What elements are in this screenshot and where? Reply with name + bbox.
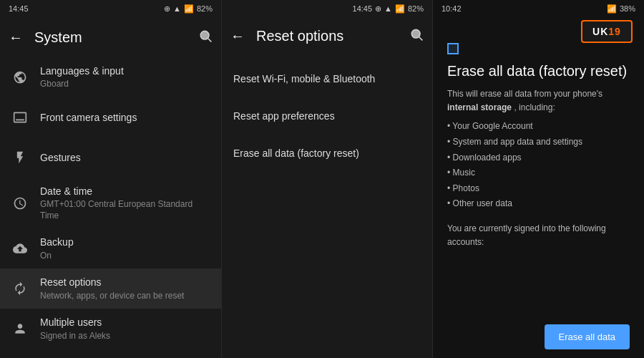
system-items-list: Languages & input Gboard Front camera se… xyxy=(0,57,221,358)
erase-list-item-2: • Downloaded apps xyxy=(447,150,630,166)
wifi-icon: ▲ xyxy=(173,4,181,13)
backup-title: Backup xyxy=(40,236,210,248)
battery-text: 82% xyxy=(197,4,213,13)
languages-subtitle: Gboard xyxy=(40,79,210,90)
reset-factory-item[interactable]: Erase all data (factory reset) xyxy=(222,135,432,172)
reset-battery: 82% xyxy=(408,4,424,13)
gestures-title: Gestures xyxy=(40,151,210,164)
erase-list-item-0: • Your Google Account xyxy=(447,119,630,135)
svg-point-2 xyxy=(411,29,420,38)
erase-status-icons: 📶 38% xyxy=(607,4,635,14)
date-time-item-text: Date & time GMT+01:00 Central European S… xyxy=(40,185,210,221)
reset-title: Reset options xyxy=(40,276,210,289)
signal-icon: 📶 xyxy=(184,4,194,14)
checkbox-row xyxy=(447,43,630,54)
svg-line-1 xyxy=(208,38,212,42)
front-camera-item-text: Front camera settings xyxy=(40,111,210,124)
svg-line-3 xyxy=(419,37,423,40)
system-panel: 14:45 ⊕ ▲ 📶 82% ← System xyxy=(0,0,222,358)
date-time-title: Date & time xyxy=(40,185,210,198)
reset-subtitle: Network, apps, or device can be reset xyxy=(40,291,210,302)
erase-desc-part1: This will erase all data from your phone… xyxy=(447,89,602,99)
reset-back-button[interactable]: ← xyxy=(230,28,245,44)
users-icon xyxy=(11,320,29,337)
reset-app-prefs-item[interactable]: Reset app preferences xyxy=(222,97,432,135)
system-status-bar: 14:45 ⊕ ▲ 📶 82% xyxy=(0,0,221,17)
sidebar-item-gestures[interactable]: Gestures xyxy=(0,137,221,178)
sidebar-item-reset[interactable]: Reset options Network, apps, or device c… xyxy=(0,268,221,309)
camera-icon xyxy=(11,109,29,126)
erase-list-item-1: • System and app data and settings xyxy=(447,135,630,150)
erase-status-bar: 10:42 📶 38% xyxy=(433,0,644,17)
system-status-icons: ⊕ ▲ 📶 82% xyxy=(164,4,213,14)
erase-desc-part2: , including: xyxy=(514,102,555,112)
gestures-item-text: Gestures xyxy=(40,151,210,164)
logo-badge: UK19 xyxy=(581,20,633,43)
reset-wifi-label: Reset Wi-Fi, mobile & Bluetooth xyxy=(233,73,375,84)
erase-description: This will erase all data from your phone… xyxy=(447,87,630,115)
erase-panel: 10:42 📶 38% UK19 Erase all data (factory… xyxy=(433,0,644,358)
erase-list-item-5: • Other user data xyxy=(447,196,630,212)
sidebar-item-front-camera[interactable]: Front camera settings xyxy=(0,97,221,137)
reset-item-text: Reset options Network, apps, or device c… xyxy=(40,276,210,301)
globe-icon xyxy=(11,69,29,86)
users-item-text: Multiple users Signed in as Aleks xyxy=(40,316,210,342)
backup-subtitle: On xyxy=(40,251,210,262)
date-time-subtitle: GMT+01:00 Central European Standard Time xyxy=(40,199,210,221)
reset-signal-bars: 📶 xyxy=(395,4,405,14)
backup-icon xyxy=(11,240,29,257)
erase-footer: Erase all data xyxy=(433,316,644,358)
erase-content: Erase all data (factory reset) This will… xyxy=(433,17,644,316)
languages-item-text: Languages & input Gboard xyxy=(40,64,210,90)
erase-checkbox[interactable] xyxy=(447,43,459,54)
reset-header: ← Reset options xyxy=(222,17,432,54)
reset-panel: 14:45 ⊕ ▲ 📶 82% ← Reset options Reset Wi… xyxy=(222,0,433,358)
languages-title: Languages & input xyxy=(40,64,210,77)
system-header: ← System xyxy=(0,17,221,57)
front-camera-title: Front camera settings xyxy=(40,111,210,124)
reset-icon xyxy=(11,280,29,297)
sidebar-item-backup[interactable]: Backup On xyxy=(0,228,221,268)
reset-factory-label: Erase all data (factory reset) xyxy=(233,147,359,159)
reset-search-button[interactable] xyxy=(409,27,424,45)
erase-desc-bold: internal storage xyxy=(447,102,512,112)
reset-app-prefs-label: Reset app preferences xyxy=(233,110,335,122)
reset-signal-icon: ⊕ xyxy=(375,4,381,14)
erase-battery: 38% xyxy=(620,4,635,13)
erase-list: • Your Google Account • System and app d… xyxy=(447,119,630,212)
erase-list-item-4: • Photos xyxy=(447,181,630,197)
reset-items-list: Reset Wi-Fi, mobile & Bluetooth Reset ap… xyxy=(222,54,432,358)
accounts-note: You are currently signed into the follow… xyxy=(447,222,630,249)
logo-text: UK19 xyxy=(592,26,621,37)
users-subtitle: Signed in as Aleks xyxy=(40,331,210,342)
erase-title: Erase all data (factory reset) xyxy=(447,62,630,80)
clock-icon xyxy=(11,195,29,212)
reset-wifi-icon: ▲ xyxy=(384,4,392,13)
erase-time: 10:42 xyxy=(441,4,462,13)
sidebar-item-date-time[interactable]: Date & time GMT+01:00 Central European S… xyxy=(0,178,221,228)
reset-title: Reset options xyxy=(256,28,398,44)
erase-wifi-icon: 📶 xyxy=(607,4,617,14)
backup-item-text: Backup On xyxy=(40,236,210,261)
users-title: Multiple users xyxy=(40,316,210,329)
reset-status-bar: 14:45 ⊕ ▲ 📶 82% xyxy=(222,0,432,17)
erase-all-data-button[interactable]: Erase all data xyxy=(545,324,630,349)
sidebar-item-languages[interactable]: Languages & input Gboard xyxy=(0,57,221,97)
sidebar-item-developer[interactable]: {} Developer options xyxy=(0,349,221,358)
erase-list-item-3: • Music xyxy=(447,165,630,181)
system-title: System xyxy=(34,29,187,46)
system-time: 14:45 xyxy=(9,4,29,13)
gestures-icon xyxy=(11,149,29,166)
system-back-button[interactable]: ← xyxy=(9,29,23,46)
reset-time: 14:45 xyxy=(353,4,373,13)
sidebar-item-users[interactable]: Multiple users Signed in as Aleks xyxy=(0,309,221,349)
sim-icon: ⊕ xyxy=(164,4,170,14)
system-search-button[interactable] xyxy=(198,29,213,47)
reset-wifi-item[interactable]: Reset Wi-Fi, mobile & Bluetooth xyxy=(222,60,432,97)
svg-point-0 xyxy=(200,31,209,39)
